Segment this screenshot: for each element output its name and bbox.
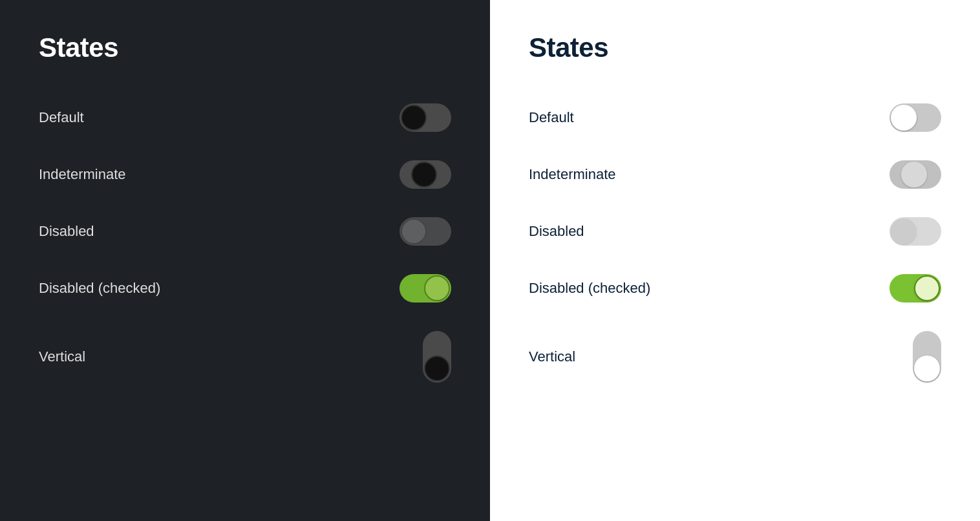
label-disabled-dark: Disabled xyxy=(39,223,94,240)
toggle-disabled-checked-light xyxy=(889,274,941,303)
toggle-indeterminate-dark[interactable] xyxy=(399,160,451,189)
toggle-knob-disabled-checked-light xyxy=(914,275,940,301)
state-row-disabled-light: Disabled xyxy=(529,203,941,260)
toggle-knob-default-dark xyxy=(401,105,427,131)
toggle-disabled-light xyxy=(889,217,941,246)
toggle-indeterminate-light[interactable] xyxy=(889,160,941,189)
toggle-knob-disabled-dark xyxy=(401,218,427,244)
toggle-disabled-checked-dark xyxy=(399,274,451,303)
dark-panel: States Default Indeterminate Disabled Di… xyxy=(0,0,490,521)
toggle-knob-indeterminate-light xyxy=(901,162,927,187)
label-vertical-light: Vertical xyxy=(529,348,575,365)
state-row-indeterminate-dark: Indeterminate xyxy=(39,146,451,203)
toggle-knob-indeterminate-dark xyxy=(411,162,437,187)
toggle-knob-default-light xyxy=(891,105,917,131)
toggle-knob-vertical-light xyxy=(914,356,940,381)
toggle-track-disabled-light xyxy=(889,217,941,246)
toggle-track-indeterminate-dark[interactable] xyxy=(399,160,451,189)
toggle-track-vertical-light[interactable] xyxy=(913,331,941,383)
state-row-disabled-dark: Disabled xyxy=(39,203,451,260)
toggle-track-disabled-dark xyxy=(399,217,451,246)
toggle-knob-disabled-checked-dark xyxy=(424,275,450,301)
state-row-disabled-checked-light: Disabled (checked) xyxy=(529,260,941,317)
toggle-vertical-light[interactable] xyxy=(913,331,941,383)
state-row-disabled-checked-dark: Disabled (checked) xyxy=(39,260,451,317)
label-indeterminate-light: Indeterminate xyxy=(529,166,616,183)
light-panel: States Default Indeterminate Disabled Di… xyxy=(490,0,980,521)
state-row-indeterminate-light: Indeterminate xyxy=(529,146,941,203)
toggle-track-default-dark[interactable] xyxy=(399,103,451,132)
toggle-track-default-light[interactable] xyxy=(889,103,941,132)
state-row-default-light: Default xyxy=(529,89,941,146)
toggle-track-disabled-checked-light xyxy=(889,274,941,303)
state-row-vertical-light: Vertical xyxy=(529,317,941,397)
toggle-disabled-dark xyxy=(399,217,451,246)
toggle-knob-disabled-light xyxy=(891,218,917,244)
label-disabled-checked-dark: Disabled (checked) xyxy=(39,280,160,297)
toggle-track-disabled-checked-dark xyxy=(399,274,451,303)
toggle-track-vertical-dark[interactable] xyxy=(423,331,451,383)
toggle-track-indeterminate-light[interactable] xyxy=(889,160,941,189)
light-panel-title: States xyxy=(529,32,941,63)
label-default-light: Default xyxy=(529,109,574,126)
label-disabled-checked-light: Disabled (checked) xyxy=(529,280,650,297)
label-indeterminate-dark: Indeterminate xyxy=(39,166,126,183)
label-disabled-light: Disabled xyxy=(529,223,584,240)
state-row-default-dark: Default xyxy=(39,89,451,146)
toggle-default-dark[interactable] xyxy=(399,103,451,132)
dark-panel-title: States xyxy=(39,32,451,63)
state-row-vertical-dark: Vertical xyxy=(39,317,451,397)
toggle-default-light[interactable] xyxy=(889,103,941,132)
toggle-vertical-dark[interactable] xyxy=(423,331,451,383)
toggle-knob-vertical-dark xyxy=(424,356,450,381)
label-default-dark: Default xyxy=(39,109,84,126)
label-vertical-dark: Vertical xyxy=(39,348,85,365)
